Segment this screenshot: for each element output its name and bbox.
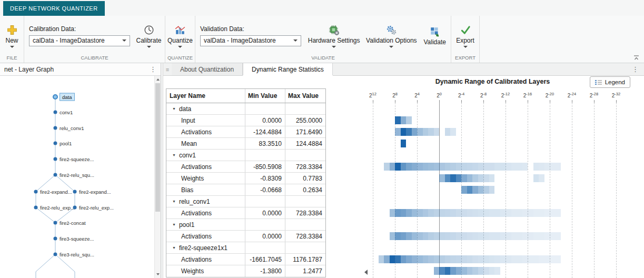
export-button[interactable]: Export — [454, 23, 477, 49]
table-row-activations[interactable]: Activations0.0000728.3384 — [166, 207, 325, 219]
graph-node-conv1[interactable] — [54, 111, 57, 114]
graph-node-fire2-expand[interactable] — [34, 190, 38, 194]
heatmap-cell — [461, 163, 467, 171]
table-row-activations[interactable]: Activations-850.5908728.3384 — [166, 161, 325, 173]
heatmap-cell — [550, 209, 556, 217]
validation-options-button[interactable]: Validation Options — [364, 23, 418, 49]
hardware-settings-button[interactable]: Hardware Settings — [306, 23, 361, 49]
validation-combo-arrow-icon[interactable] — [293, 39, 298, 42]
heatmap-cell — [467, 267, 473, 275]
heatmap-cell — [450, 267, 456, 275]
legend-button[interactable]: Legend — [590, 76, 630, 88]
stat-name: Activations — [170, 233, 212, 240]
graph-node-fire2-concat[interactable] — [54, 221, 57, 225]
max-value-cell: 728.3384 — [285, 161, 325, 172]
table-row-activations[interactable]: Activations0.0000728.3384 — [166, 231, 325, 242]
calibrate-button-label: Calibrate — [136, 37, 161, 44]
heatmap-cell — [406, 232, 412, 240]
quantize-button[interactable]: Quantize — [168, 23, 192, 49]
table-row-activations[interactable]: Activations-1661.70451176.1787 — [166, 254, 325, 265]
graph-node-fire2-relu_exp[interactable] — [34, 206, 38, 210]
calibrate-button[interactable]: Calibrate — [135, 23, 162, 49]
group-expander-icon[interactable]: ▼ — [172, 223, 176, 226]
heatmap-cell — [428, 209, 434, 217]
chart-scroll-left-arrow-icon[interactable] — [364, 270, 368, 275]
calibration-data-combo[interactable]: calData - ImageDatastore — [29, 35, 130, 46]
table-row-group-relu_conv1[interactable]: ▼relu_conv1 — [166, 196, 325, 207]
heatmap-cell — [434, 267, 440, 275]
group-expander-icon[interactable]: ▼ — [172, 107, 176, 111]
layer-graph-scrollbar[interactable] — [154, 76, 161, 278]
app-tab-deep-network-quantizer[interactable]: DEEP NETWORK QUANTIZER — [3, 1, 105, 16]
document-panel-menu-icon[interactable]: ⋮ — [632, 66, 639, 73]
graph-node-pool1[interactable] — [54, 142, 57, 145]
gridline — [373, 103, 373, 278]
layer-graph-panel-title: net - Layer Graph — [4, 66, 54, 73]
graph-node-relu_conv1[interactable] — [54, 126, 57, 130]
layer-name-cell: ▼data — [166, 103, 245, 114]
table-row-group-fire2-squeeze1x1[interactable]: ▼fire2-squeeze1x1 — [166, 242, 325, 254]
group-expander-icon[interactable]: ▼ — [172, 153, 176, 157]
table-row-activations[interactable]: Activations-124.4884171.6490 — [166, 126, 325, 138]
heatmap-cell — [434, 163, 440, 171]
new-button[interactable]: New — [1, 23, 24, 49]
graph-node-fire2-relu_squ[interactable] — [54, 173, 57, 177]
heatmap-cell — [445, 163, 451, 171]
graph-node-fire2-expand[interactable] — [73, 190, 77, 194]
heatmap-cell — [434, 255, 440, 263]
heatmap-cell — [483, 209, 489, 217]
graph-node-data[interactable] — [53, 94, 58, 100]
table-row-weights[interactable]: Weights-1.38001.2477 — [166, 265, 325, 277]
table-row-group-data[interactable]: ▼data — [166, 103, 325, 115]
tab-dynamic-range-statistics[interactable]: Dynamic Range Statistics — [243, 63, 333, 75]
heatmap-cell — [506, 255, 511, 263]
group-expander-icon[interactable]: ▼ — [172, 200, 176, 203]
graph-node-fire3-squeeze[interactable] — [54, 237, 57, 241]
heatmap-cell — [434, 232, 440, 240]
calibration-combo-arrow-icon[interactable] — [122, 39, 126, 42]
graph-node-label: fire2-expand... — [40, 189, 72, 195]
validation-options-button-label: Validation Options — [366, 37, 417, 44]
validate-button-label: Validate — [423, 38, 445, 46]
graph-node-fire3-relu_squ[interactable] — [54, 253, 57, 256]
table-row-bias[interactable]: Bias-0.06680.2634 — [166, 184, 325, 196]
validation-options-dropdown-arrow-icon[interactable] — [389, 46, 393, 48]
scrollbar-thumb[interactable] — [155, 83, 160, 212]
quantize-dropdown-arrow-icon[interactable] — [178, 46, 182, 48]
table-row-weights[interactable]: Weights-0.83090.7783 — [166, 173, 325, 184]
collapse-ribbon-icon[interactable] — [633, 55, 640, 61]
heatmap-cell — [406, 255, 412, 263]
tab-bar-grip-icon[interactable]: ≡ — [163, 63, 172, 75]
calibrate-dropdown-arrow-icon[interactable] — [147, 46, 151, 48]
graph-node-fire2-relu_exp[interactable] — [73, 206, 77, 210]
x-tick-label: 2-4 — [458, 92, 464, 98]
statistics-content: Layer NameMin ValueMax Value▼dataInput0.… — [163, 76, 644, 278]
scrollbar-down-arrow-icon[interactable] — [156, 273, 160, 275]
tab-about-quantization[interactable]: About Quantization — [172, 63, 243, 75]
heatmap-cell — [384, 255, 390, 263]
quantize-histogram-icon — [175, 25, 185, 35]
table-row-group-conv1[interactable]: ▼conv1 — [166, 150, 325, 161]
table-row-group-pool1[interactable]: ▼pool1 — [166, 219, 325, 231]
group-expander-icon[interactable]: ▼ — [172, 246, 176, 250]
heatmap-cell — [483, 174, 489, 182]
heatmap-cell — [445, 174, 451, 182]
new-dropdown-arrow-icon[interactable] — [10, 46, 14, 48]
graph-node-fire2-squeeze[interactable] — [54, 157, 57, 161]
calibrate-gauge-icon — [144, 25, 154, 35]
heatmap-cell — [478, 232, 484, 240]
max-value-cell: 0.2634 — [285, 184, 325, 195]
heatmap-cell — [483, 232, 489, 240]
hardware-settings-dropdown-arrow-icon[interactable] — [332, 46, 336, 48]
layer-graph-panel-menu-icon[interactable]: ⋮ — [150, 66, 156, 73]
table-row-input[interactable]: Input0.0000255.0000 — [166, 115, 325, 126]
validate-button[interactable]: Validate — [421, 24, 448, 47]
scrollbar-up-arrow-icon[interactable] — [156, 78, 160, 81]
table-row-mean[interactable]: Mean83.3510124.4884 — [166, 138, 325, 150]
layer-graph-canvas[interactable]: dataconv1relu_conv1pool1fire2-squeeze...… — [0, 76, 161, 278]
heatmap-cell — [390, 209, 395, 217]
min-value-cell: -0.0668 — [245, 184, 285, 195]
validation-data-combo[interactable]: valData - ImageDatastore — [200, 35, 301, 46]
export-dropdown-arrow-icon[interactable] — [463, 46, 468, 48]
ribbon-section-file: New FILE — [0, 16, 24, 63]
